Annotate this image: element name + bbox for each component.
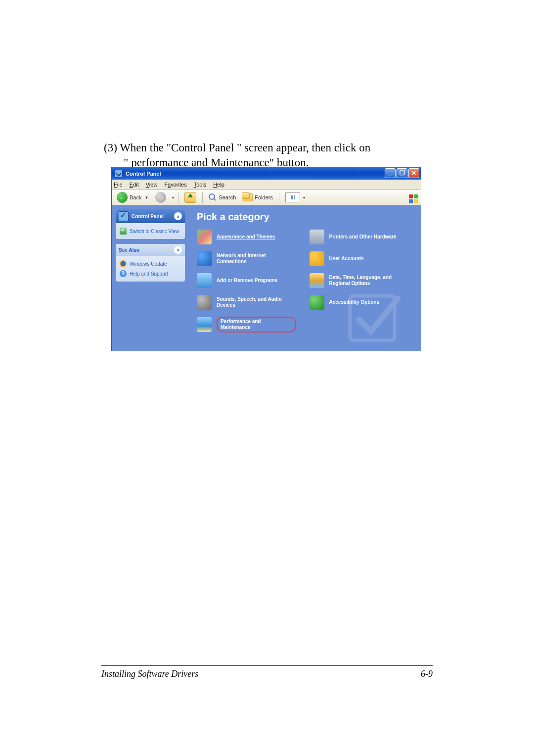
sidebar-heading-control-panel: Control Panel « [116,209,185,223]
control-panel-icon [115,170,123,178]
back-dropdown-icon[interactable]: ▼ [144,195,148,200]
date-time-icon [310,273,324,288]
folders-button[interactable]: Folders [241,192,275,202]
category-performance-and-maintenance[interactable]: Performance and Maintenance [197,317,301,332]
category-area: Pick a category Appearance and Themes Pr… [189,205,421,351]
footer-section-title: Installing Software Drivers [101,669,198,679]
category-user-accounts[interactable]: User Accounts [310,251,413,266]
windows-flag-icon [409,194,419,203]
menu-favorites[interactable]: FavoritesFavorites [164,182,186,188]
network-icon [197,251,212,266]
collapse-icon[interactable]: « [174,246,182,254]
help-icon: ? [120,270,127,277]
window-titlebar: Control Panel _ ❐ ✕ [112,167,421,180]
maximize-button[interactable]: ❐ [397,168,407,178]
forward-dropdown-icon[interactable]: ▾ [172,195,174,200]
windows-update-link[interactable]: Windows Update [120,259,181,269]
control-panel-icon [119,211,129,221]
category-sounds-speech-audio[interactable]: Sounds, Speech, and Audio Devices [197,295,301,310]
forward-button[interactable]: → [153,191,168,204]
up-folder-icon [184,192,196,203]
views-icon [285,192,300,202]
sidebar-heading-see-also: See Also « [116,244,185,256]
category-add-or-remove-programs[interactable]: Add or Remove Programs [197,273,301,288]
search-button[interactable]: Search [207,192,238,202]
windows-update-icon [120,260,127,267]
toolbar-separator [202,192,203,203]
toolbar-separator [279,192,279,203]
search-icon [209,193,217,201]
toolbar: ← Back ▼ → ▾ Search Folders ▾ [112,190,421,205]
help-and-support-link[interactable]: ? Help and Support [120,269,181,279]
category-appearance-and-themes[interactable]: Appearance and Themes [197,230,301,244]
instruction-line-1: (3) When the "Control Panel " screen app… [104,141,420,155]
views-dropdown-icon[interactable]: ▾ [303,195,305,200]
footer-page-number: 6-9 [421,669,433,679]
back-icon: ← [117,192,128,203]
user-accounts-icon [310,251,324,266]
sidebar-panel-see-also: See Also « Windows Update ? Help and Sup… [116,244,185,282]
printers-icon [310,230,324,244]
menu-tools[interactable]: ToolsTools [194,182,207,188]
sounds-icon [197,295,212,310]
sidebar-panel-control-panel: Control Panel « Switch to Classic View [116,209,185,239]
back-button[interactable]: ← Back ▼ [115,191,150,204]
minimize-button[interactable]: _ [385,168,396,178]
forward-icon: → [155,192,166,203]
category-printers-and-other-hardware[interactable]: Printers and Other Hardware [310,230,413,244]
pick-a-category-heading: Pick a category [197,211,413,223]
page-footer: Installing Software Drivers 6-9 [101,665,433,679]
add-remove-icon [197,273,212,288]
task-sidebar: Control Panel « Switch to Classic View S… [112,205,189,351]
switch-view-icon [120,228,127,235]
menu-file[interactable]: FFileile [114,182,123,188]
content-area: Control Panel « Switch to Classic View S… [112,205,421,351]
window-title: Control Panel [126,171,161,177]
views-button[interactable]: ▾ [283,191,307,203]
collapse-icon[interactable]: « [174,212,182,220]
control-panel-screenshot: Control Panel _ ❐ ✕ FFileile EditEdit Vi… [112,167,421,350]
accessibility-icon [310,295,324,310]
up-button[interactable] [182,191,198,204]
performance-icon [197,317,212,332]
category-network-and-internet-connections[interactable]: Network and Internet Connections [197,251,301,266]
close-button[interactable]: ✕ [408,168,419,178]
performance-label-highlight: Performance and Maintenance [217,317,296,332]
background-checkmark-icon [334,287,413,346]
instruction-text: (3) When the "Control Panel " screen app… [104,141,420,170]
switch-to-classic-view-link[interactable]: Switch to Classic View [120,226,181,236]
menu-bar: FFileile EditEdit ViewView FavoritesFavo… [112,180,421,190]
toolbar-separator [178,192,178,203]
menu-view[interactable]: ViewView [146,182,158,188]
folders-icon [243,193,253,201]
category-date-time-language-regional[interactable]: Date, Time, Language, and Regional Optio… [310,273,413,288]
appearance-icon [197,230,212,244]
menu-help[interactable]: HelpHelp [213,182,224,188]
menu-edit[interactable]: EditEdit [130,182,139,188]
